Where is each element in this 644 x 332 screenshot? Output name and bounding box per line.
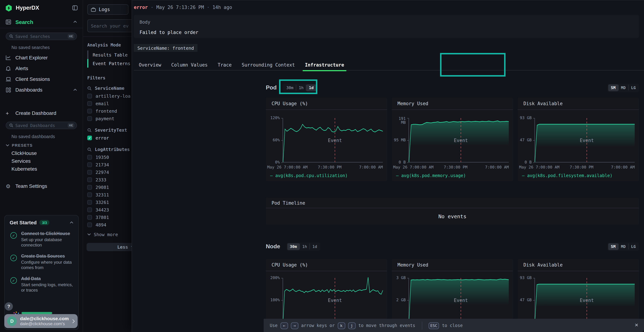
close-icon[interactable]: × (635, 322, 638, 329)
node-range-1h[interactable]: 1h (300, 243, 310, 250)
checkbox[interactable] (87, 155, 92, 160)
get-started-item[interactable]: ✓ Add Data Start sending logs, metrics, … (10, 275, 73, 293)
tab-infrastructure[interactable]: Infrastructure (300, 59, 349, 70)
collapse-sidebar-icon[interactable] (72, 5, 78, 10)
checkbox[interactable] (87, 94, 92, 98)
checkbox[interactable] (87, 222, 92, 227)
source-value: Logs (99, 7, 110, 12)
event-search-input[interactable]: Search your ev (87, 19, 132, 32)
x-axis-labels: May 26 7:00:00 AM7:30:00 PM7:00:00 AM (393, 165, 509, 170)
checkbox[interactable] (87, 170, 92, 174)
service-name-tag[interactable]: ServiceName: frontend (134, 44, 198, 52)
saved-searches-input[interactable]: Saved Searches ⌘K (6, 32, 77, 40)
node-range-30m[interactable]: 30m (287, 243, 300, 250)
filter-option-33261[interactable]: 33261 (87, 198, 132, 206)
user-org: dale@clickhouse.com's (20, 321, 72, 326)
preset-clickhouse[interactable]: ClickHouse (0, 149, 83, 157)
pod-size-lg[interactable]: LG (628, 84, 638, 91)
y-axis-ticks: 200%100% (266, 278, 283, 322)
filter-option-19350[interactable]: 19350 (87, 154, 132, 161)
filter-option-payment[interactable]: payment (87, 115, 132, 122)
analysis-mode-event-patterns[interactable]: Event Patterns (87, 59, 132, 68)
sidebar-item-client-sessions[interactable]: Client Sessions (0, 74, 83, 84)
sidebar-item-dashboards[interactable]: Dashboards (0, 84, 83, 95)
create-dashboard-button[interactable]: + Create Dashboard (0, 109, 83, 117)
magnifier-icon (9, 34, 13, 38)
checkbox[interactable] (87, 178, 92, 182)
esc-key[interactable]: ESC (428, 322, 439, 329)
filter-option-frontend[interactable]: frontend (87, 107, 132, 115)
checkbox-checked[interactable]: ✓ (87, 136, 92, 140)
filter-option-29081[interactable]: 29081 (87, 184, 132, 191)
filter-option-error[interactable]: ✓error (87, 134, 132, 142)
checkbox[interactable] (87, 109, 92, 114)
pod-range-30m[interactable]: 30m (284, 84, 296, 91)
tab-column-values[interactable]: Column Values (166, 59, 213, 70)
chart-title: Disk Available (524, 101, 562, 106)
filter-groups: ServiceNameartillery-loaemailfrontendpay… (83, 86, 132, 228)
filter-option-21734[interactable]: 21734 (87, 161, 132, 168)
saved-dashboards-input[interactable]: Saved Dashboards ⌘K (6, 122, 77, 129)
tab-trace[interactable]: Trace (213, 59, 237, 70)
filter-group-ServiceName: ServiceName (87, 86, 132, 91)
presets-toggle[interactable]: PRESETS (0, 141, 83, 149)
chart-legend: — avg(k8s.pod.memory.usage) (396, 173, 466, 178)
filter-option-2333[interactable]: 2333 (87, 176, 132, 184)
hyperdx-logo-icon (5, 4, 12, 12)
chart-card-pod-memory: Memory Used191 MB95 MB0 BEventMay 26 7:0… (392, 98, 513, 181)
checkbox[interactable] (87, 185, 92, 190)
filter-option-artillery-loa[interactable]: artillery-loa (87, 92, 132, 100)
filter-option-email[interactable]: email (87, 100, 132, 107)
sidebar-item-chart-explorer[interactable]: Chart Explorer (0, 52, 83, 63)
source-select[interactable]: Logs (87, 4, 128, 15)
filter-option-37801[interactable]: 37801 (87, 214, 132, 221)
pod-timeline-card: Pod Timeline No events (266, 198, 639, 225)
checkbox[interactable] (87, 116, 92, 121)
chevron-down-icon (6, 144, 9, 146)
help-button[interactable]: ? (5, 302, 13, 310)
preset-kubernetes[interactable]: Kubernetes (0, 165, 83, 173)
sidebar-item-alerts[interactable]: Alerts (0, 63, 83, 74)
get-started-item[interactable]: ✓ Create Data Sources Configure where yo… (10, 252, 73, 270)
checkbox[interactable] (87, 192, 92, 197)
filter-option-22974[interactable]: 22974 (87, 168, 132, 176)
chevron-up-icon[interactable] (73, 89, 77, 91)
event-body-card: Body Failed to place order (134, 15, 639, 38)
pod-range-1d[interactable]: 1d (306, 84, 316, 91)
filter-option-32311[interactable]: 32311 (87, 191, 132, 198)
event-marker-label: Event (580, 138, 594, 143)
k-key[interactable]: k (338, 322, 345, 329)
node-size-lg[interactable]: LG (628, 243, 638, 250)
show-more-toggle[interactable]: Show more (87, 231, 132, 238)
analysis-mode-results-table[interactable]: Results Table (87, 50, 132, 59)
checkbox[interactable] (87, 101, 92, 106)
filter-option-4894[interactable]: 4894 (87, 221, 132, 228)
filter-option-34423[interactable]: 34423 (87, 206, 132, 214)
node-size-md[interactable]: MD (618, 243, 628, 250)
preset-services[interactable]: Services (0, 157, 83, 165)
arrow-right-key[interactable]: → (291, 322, 298, 329)
checkbox[interactable] (87, 200, 92, 205)
checkbox[interactable] (87, 208, 92, 212)
node-range-1d[interactable]: 1d (310, 243, 320, 250)
j-key[interactable]: j (348, 322, 356, 329)
user-menu[interactable]: D dale@clickhouse.com dale@clickhouse.co… (4, 314, 78, 328)
pod-size-md[interactable]: MD (618, 84, 628, 91)
sidebar-item-search[interactable]: Search (0, 16, 83, 28)
saved-dashboards-placeholder: Saved Dashboards (16, 123, 68, 128)
checkbox[interactable] (87, 162, 92, 167)
sidebar-item-team-settings[interactable]: ⚙ Team Settings (0, 181, 83, 192)
node-size-sm[interactable]: SM (608, 243, 618, 250)
get-started-item[interactable]: ✓ Connect to ClickHouse Set up your data… (10, 230, 73, 248)
tab-overview[interactable]: Overview (134, 59, 166, 70)
no-saved-dashboards-note: No saved dashboards (12, 134, 83, 139)
pod-range-1h[interactable]: 1h (296, 84, 306, 91)
body-label: Body (140, 19, 633, 25)
arrow-left-key[interactable]: ← (280, 322, 288, 329)
pod-size-sm[interactable]: SM (608, 84, 618, 91)
tab-surrounding-context[interactable]: Surrounding Context (237, 59, 300, 70)
checkbox[interactable] (87, 215, 92, 220)
chevron-up-icon[interactable] (70, 222, 73, 224)
less-filters-button[interactable]: Less fil (86, 243, 132, 251)
chevron-up-icon[interactable] (73, 21, 77, 23)
